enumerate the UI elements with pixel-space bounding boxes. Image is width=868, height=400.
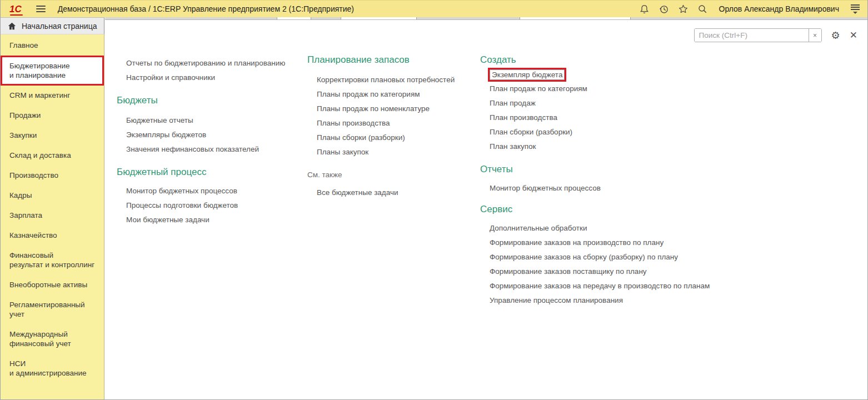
- section-header-inventory-planning: Планирование запасов: [307, 53, 474, 67]
- sidebar-item-hr[interactable]: Кадры: [1, 186, 104, 206]
- sidebar-item-treasury[interactable]: Казначейство: [1, 226, 104, 246]
- annotation-red-box: Экземпляр бюджета: [488, 68, 566, 82]
- hamburger-menu-icon[interactable]: [36, 6, 46, 12]
- current-user[interactable]: Орлов Александр Владимирович: [719, 4, 839, 13]
- section-header-budgets: Бюджеты: [117, 93, 303, 108]
- panel-search-row: × ⚙ ✕: [694, 28, 857, 42]
- topbar-actions: Орлов Александр Владимирович: [639, 3, 861, 14]
- link-generate-assembly-orders[interactable]: Формирование заказов на сборку (разборку…: [480, 250, 730, 264]
- link-generate-production-orders[interactable]: Формирование заказов на производство по …: [480, 236, 730, 250]
- sidebar-item-regulated-accounting[interactable]: Регламентированный учет: [1, 295, 104, 324]
- service-settings-menu-icon[interactable]: [850, 4, 861, 14]
- link-budget-planning-reports[interactable]: Отчеты по бюджетированию и планированию: [117, 56, 303, 71]
- sidebar-item-warehouse[interactable]: Склад и доставка: [1, 146, 104, 166]
- link-all-budget-tasks[interactable]: Все бюджетные задачи: [307, 186, 474, 200]
- section-header-budget-process: Бюджетный процесс: [117, 165, 303, 179]
- link-assembly-plans[interactable]: Планы сборки (разборки): [307, 131, 474, 145]
- link-reports-budget-process-monitor[interactable]: Монитор бюджетных процессов: [480, 181, 730, 196]
- window-title: Демонстрационная база / 1С:ERP Управлени…: [58, 4, 354, 13]
- tab-home-page[interactable]: Начальная страница: [1, 17, 104, 34]
- link-generate-supplier-orders[interactable]: Формирование заказов поставщику по плану: [480, 264, 730, 279]
- sections-sidebar: Главное Бюджетирование и планирование CR…: [1, 34, 104, 399]
- link-create-budget-instance[interactable]: Экземпляр бюджета: [490, 69, 565, 80]
- tab-home-label: Начальная страница: [22, 22, 97, 31]
- link-my-budget-tasks[interactable]: Мои бюджетные задачи: [117, 213, 303, 227]
- link-generate-transfer-to-production-orders[interactable]: Формирование заказов на передачу в произ…: [480, 279, 730, 293]
- notifications-bell-icon[interactable]: [639, 3, 650, 14]
- sidebar-item-budgeting-planning[interactable]: Бюджетирование и планирование: [1, 56, 104, 86]
- sidebar-item-payroll[interactable]: Зарплата: [1, 206, 104, 226]
- link-settings-references[interactable]: Настройки и справочники: [117, 71, 303, 85]
- menu-column-1: Отчеты по бюджетированию и планированию …: [117, 56, 303, 227]
- sidebar-item-financial-result[interactable]: Финансовый результат и контроллинг: [1, 246, 104, 275]
- search-input[interactable]: [695, 29, 809, 42]
- sidebar-item-sales[interactable]: Продажи: [1, 106, 104, 126]
- link-budget-process-monitor[interactable]: Монитор бюджетных процессов: [117, 184, 303, 198]
- link-production-plans[interactable]: Планы производства: [307, 116, 474, 131]
- menu-column-2: Планирование запасов Корректировки плано…: [307, 53, 474, 200]
- link-create-assembly-plan[interactable]: План сборки (разборки): [480, 125, 730, 139]
- link-purchase-plans[interactable]: Планы закупок: [307, 145, 474, 159]
- home-icon: [8, 22, 16, 30]
- section-header-create: Создать: [480, 53, 730, 67]
- link-budget-reports[interactable]: Бюджетные отчеты: [117, 113, 303, 128]
- link-budget-instances[interactable]: Экземпляры бюджетов: [117, 128, 303, 142]
- link-create-production-plan[interactable]: План производства: [480, 111, 730, 125]
- top-bar: 1С Демонстрационная база / 1С:ERP Управл…: [1, 0, 867, 17]
- sidebar-item-fixed-assets[interactable]: Внеоборотные активы: [1, 275, 104, 295]
- search-icon[interactable]: [697, 3, 709, 14]
- link-nonfinancial-indicator-values[interactable]: Значения нефинансовых показателей: [117, 142, 303, 157]
- link-budget-preparation-processes[interactable]: Процессы подготовки бюджетов: [117, 198, 303, 213]
- link-sales-plans-by-nomenclature[interactable]: Планы продаж по номенклатуре: [307, 102, 474, 116]
- favorites-star-icon[interactable]: [678, 3, 689, 14]
- 1c-logo-icon: 1С: [9, 4, 22, 14]
- search-box: ×: [694, 28, 822, 42]
- link-planned-requirements-adjustments[interactable]: Корректировки плановых потребностей: [307, 73, 474, 87]
- tab-strip: [105, 17, 867, 20]
- highlighted-create-row: Экземпляр бюджета: [488, 67, 730, 82]
- sidebar-item-crm-marketing[interactable]: CRM и маркетинг: [1, 86, 104, 106]
- sidebar-item-production[interactable]: Производство: [1, 166, 104, 186]
- menu-column-3: Создать Экземпляр бюджета План продаж по…: [480, 53, 730, 308]
- close-icon[interactable]: ✕: [850, 31, 857, 40]
- link-sales-plans-by-category[interactable]: Планы продаж по категориям: [307, 87, 474, 102]
- gear-icon[interactable]: ⚙: [831, 31, 840, 41]
- see-also-header: См. также: [307, 168, 474, 182]
- link-create-purchase-plan[interactable]: План закупок: [480, 139, 730, 154]
- history-icon[interactable]: [659, 3, 670, 14]
- section-header-reports: Отчеты: [480, 162, 730, 177]
- sidebar-item-nsi-administration[interactable]: НСИ и администрирование: [1, 354, 104, 383]
- sidebar-item-purchases[interactable]: Закупки: [1, 126, 104, 146]
- link-planning-process-management[interactable]: Управление процессом планирования: [480, 293, 730, 308]
- link-additional-processing[interactable]: Дополнительные обработки: [480, 221, 730, 236]
- search-clear-button[interactable]: ×: [809, 29, 821, 42]
- section-header-service: Сервис: [480, 202, 730, 217]
- function-menu-panel: × ⚙ ✕ Отчеты по бюджетированию и планиро…: [105, 17, 867, 399]
- sidebar-item-glavnoe[interactable]: Главное: [1, 36, 104, 56]
- sidebar-item-ifrs[interactable]: Международный финансовый учет: [1, 324, 104, 354]
- link-create-sales-plan-by-category[interactable]: План продаж по категориям: [480, 82, 730, 96]
- link-create-sales-plan[interactable]: План продаж: [480, 96, 730, 111]
